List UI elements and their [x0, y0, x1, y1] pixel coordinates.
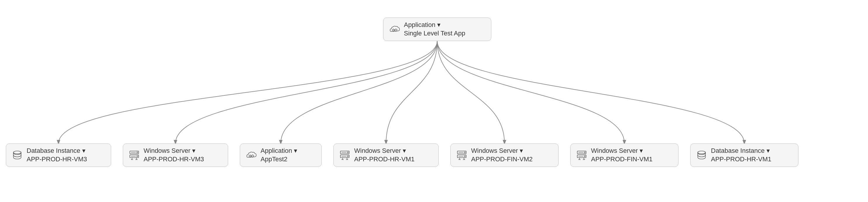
child-child6-text: Windows Server ▾ APP-PROD-FIN-VM1 [591, 147, 652, 163]
child-child4-name: APP-PROD-HR-VM1 [354, 155, 415, 164]
child-child6-type: Windows Server ▾ [591, 147, 652, 155]
child-child7-text: Database Instance ▾ APP-PROD-HR-VM1 [711, 147, 772, 163]
server-icon [128, 149, 141, 162]
child-child3-text: Application ▾ AppTest2 [260, 147, 297, 163]
svg-line-33 [459, 158, 460, 160]
root-node-text: Application ▾ Single Level Test App [404, 21, 465, 37]
svg-point-39 [584, 152, 586, 153]
child-child2-text: Windows Server ▾ APP-PROD-HR-VM3 [144, 147, 204, 163]
svg-line-11 [132, 158, 132, 160]
server-icon [575, 149, 588, 162]
child-child3-name: AppTest2 [260, 155, 297, 164]
child-child4-type: Windows Server ▾ [354, 147, 415, 155]
svg-line-44 [584, 158, 584, 160]
root-name: Single Level Test App [404, 29, 465, 38]
svg-point-29 [464, 152, 466, 153]
child-child4-text: Windows Server ▾ APP-PROD-HR-VM1 [354, 147, 415, 163]
cloud-gear-icon [388, 23, 401, 36]
database-icon [11, 149, 24, 162]
svg-point-20 [347, 156, 349, 157]
root-node[interactable]: Application ▾ Single Level Test App [383, 18, 491, 41]
child-child1-name: APP-PROD-HR-VM3 [27, 155, 87, 164]
svg-line-24 [347, 158, 347, 160]
server-icon [338, 149, 351, 162]
diagram-container: Application ▾ Single Level Test App Data… [0, 0, 868, 202]
svg-point-19 [347, 152, 349, 153]
svg-point-8 [137, 156, 138, 157]
svg-line-12 [136, 158, 137, 160]
child-child3-type: Application ▾ [260, 147, 297, 155]
child-child2-type: Windows Server ▾ [144, 147, 204, 155]
svg-point-2 [13, 151, 21, 154]
svg-line-43 [579, 158, 580, 160]
svg-point-1 [395, 29, 397, 31]
svg-line-34 [464, 158, 464, 160]
svg-point-40 [584, 156, 586, 157]
cloud-gear-icon [245, 149, 258, 162]
child-node-child3[interactable]: Application ▾ AppTest2 [240, 143, 322, 167]
database-icon [695, 149, 708, 162]
svg-point-16 [251, 155, 253, 157]
child-child2-name: APP-PROD-HR-VM3 [144, 155, 204, 164]
child-node-child7[interactable]: Database Instance ▾ APP-PROD-HR-VM1 [690, 143, 798, 167]
child-child5-name: APP-PROD-FIN-VM2 [471, 155, 532, 164]
child-node-child6[interactable]: Windows Server ▾ APP-PROD-FIN-VM1 [570, 143, 679, 167]
child-child7-type: Database Instance ▾ [711, 147, 772, 155]
child-node-child2[interactable]: Windows Server ▾ APP-PROD-HR-VM3 [123, 143, 228, 167]
child-child5-text: Windows Server ▾ APP-PROD-FIN-VM2 [471, 147, 532, 163]
child-node-child5[interactable]: Windows Server ▾ APP-PROD-FIN-VM2 [451, 143, 559, 167]
svg-point-30 [464, 156, 466, 157]
svg-line-23 [342, 158, 343, 160]
child-child6-name: APP-PROD-FIN-VM1 [591, 155, 652, 164]
svg-point-47 [698, 151, 706, 154]
child-node-child4[interactable]: Windows Server ▾ APP-PROD-HR-VM1 [333, 143, 439, 167]
svg-point-7 [137, 152, 138, 153]
svg-point-0 [393, 29, 394, 31]
svg-point-15 [249, 155, 251, 157]
child-node-child1[interactable]: Database Instance ▾ APP-PROD-HR-VM3 [6, 143, 111, 167]
root-type: Application ▾ [404, 21, 465, 29]
child-child1-type: Database Instance ▾ [27, 147, 87, 155]
child-child1-text: Database Instance ▾ APP-PROD-HR-VM3 [27, 147, 87, 163]
server-icon [455, 149, 468, 162]
child-child5-type: Windows Server ▾ [471, 147, 532, 155]
child-child7-name: APP-PROD-HR-VM1 [711, 155, 772, 164]
